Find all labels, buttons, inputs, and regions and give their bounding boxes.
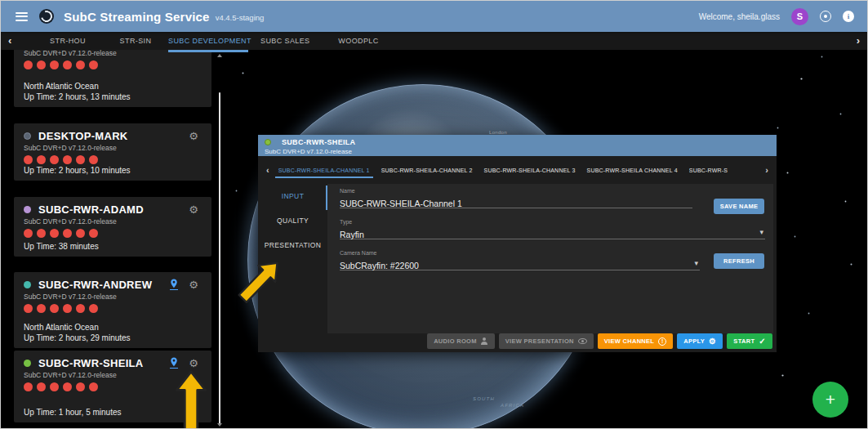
chevron-right-icon[interactable]: › [762, 165, 772, 175]
location-pin-icon[interactable] [170, 357, 178, 369]
location-pin-icon[interactable] [170, 279, 178, 290]
status-dot [24, 360, 31, 367]
start-button[interactable]: START ✓ [727, 333, 772, 349]
dialog-header: SUBC-RWR-SHEILA SubC DVR+D v7.12.0-relea… [258, 135, 777, 156]
check-icon: ✓ [759, 337, 766, 346]
subc-logo-icon [39, 9, 54, 24]
settings-gear-icon[interactable]: ⚙ [189, 279, 198, 290]
tab-channel-1[interactable]: SUBC-RWR-SHEILA-CHANNEL 1 [278, 161, 370, 180]
nav-input[interactable]: INPUT [258, 184, 327, 208]
scroll-up-icon[interactable] [217, 54, 222, 57]
info-icon[interactable]: i [843, 11, 854, 22]
dialog-subtitle: SubC DVR+D v7.12.0-release [265, 148, 770, 155]
camera-name-value[interactable]: SubCRayfin: #22600 [340, 261, 419, 270]
sidebar-scrollbar[interactable] [215, 50, 225, 428]
scroll-down-icon[interactable] [217, 423, 222, 427]
tab-woodplc[interactable]: WOODPLC [336, 32, 381, 50]
map-view: London Paris Madrid Milan North Atlantic… [1, 50, 867, 428]
subc-streaming-app: SubC Streaming Service v4.4.5-staging We… [0, 0, 868, 429]
type-value[interactable]: Rayfin [340, 230, 364, 239]
device-card-subc-rwr-andrew[interactable]: SUBC-RWR-ANDREW ⚙ SubC DVR+D v7.12.0-rel… [14, 272, 211, 348]
device-name: SUBC-RWR-ANDREW [38, 279, 152, 291]
chevron-right-icon[interactable]: › [857, 32, 860, 50]
site-tab-bar: ‹ STR-HOU STR-SIN SUBC DEVELOPMENT SUBC … [1, 32, 867, 50]
status-dot [265, 139, 271, 145]
app-bar: SubC Streaming Service v4.4.5-staging We… [1, 1, 867, 32]
settings-gear-icon[interactable]: ⚙ [189, 204, 198, 215]
device-uptime: Up Time: 2 hours, 29 minutes [24, 333, 131, 342]
tab-subc-development[interactable]: SUBC DEVELOPMENT [168, 32, 248, 50]
device-card-partial[interactable]: SubC DVR+D v7.12.0-release North Atlanti… [14, 50, 211, 107]
tab-channel-4[interactable]: SUBC-RWR-SHEILA CHANNEL 4 [587, 161, 678, 180]
locate-icon[interactable] [820, 11, 831, 22]
settings-gear-icon[interactable]: ⚙ [189, 358, 198, 369]
device-card-subc-rwr-adamd[interactable]: SUBC-RWR-ADAMD ⚙ SubC DVR+D v7.12.0-rele… [14, 197, 211, 257]
app-version: v4.4.5-staging [216, 13, 265, 22]
device-uptime: Up Time: 38 minutes [24, 242, 99, 251]
channel-tab-bar: ‹ SUBC-RWR-SHEILA-CHANNEL 1 SUBC-RWR-SHE… [258, 156, 777, 184]
refresh-button[interactable]: REFRESH [714, 253, 764, 269]
alert-icon: ! [658, 337, 666, 346]
input-panel: Name SUBC-RWR-SHEILA-Channel 1 SAVE NAME… [327, 184, 773, 333]
device-name: SUBC-RWR-SHEILA [38, 357, 143, 369]
tab-channel-3[interactable]: SUBC-RWR-SHEILA-CHANNEL 3 [484, 161, 576, 180]
save-name-button[interactable]: SAVE NAME [714, 199, 764, 214]
chevron-left-icon[interactable]: ‹ [8, 32, 11, 50]
name-value[interactable]: SUBC-RWR-SHEILA-Channel 1 [340, 199, 462, 208]
channel-health-dots [24, 304, 203, 313]
device-uptime: Up Time: 2 hours, 10 minutes [24, 166, 131, 175]
audio-room-button[interactable]: AUDIO ROOM [427, 333, 495, 349]
view-presentation-button[interactable]: VIEW PRESENTATION [499, 333, 594, 349]
view-channel-button[interactable]: VIEW CHANNEL ! [598, 333, 674, 349]
device-card-desktop-mark[interactable]: DESKTOP-MARK ⚙ SubC DVR+D v7.12.0-releas… [14, 123, 211, 181]
gear-icon: ⚙ [709, 337, 716, 346]
nav-quality[interactable]: QUALITY [258, 208, 327, 233]
welcome-text: Welcome, sheila.glass [699, 12, 780, 21]
eye-icon [578, 338, 587, 344]
channel-health-dots [24, 60, 203, 69]
tab-str-sin[interactable]: STR-SIN [117, 32, 154, 50]
app-title: SubC Streaming Service [64, 10, 210, 24]
tutorial-arrow-gear [175, 370, 207, 428]
status-dot [24, 206, 31, 213]
audio-room-person-icon [481, 337, 488, 345]
tab-channel-5-truncated[interactable]: SUBC-RWR-S [689, 161, 728, 180]
apply-button[interactable]: APPLY ⚙ [677, 333, 723, 349]
tab-subc-sales[interactable]: SUBC SALES [260, 32, 309, 50]
type-field[interactable]: Type Rayfin ▾ [340, 219, 765, 239]
camera-name-field[interactable]: Camera Name SubCRayfin: #22600 ▾ [340, 250, 700, 270]
settings-gear-icon[interactable]: ⚙ [189, 131, 198, 141]
device-name: SUBC-RWR-ADAMD [38, 203, 144, 216]
avatar[interactable]: S [791, 8, 808, 25]
chevron-left-icon[interactable]: ‹ [263, 165, 273, 175]
status-dot [24, 132, 31, 140]
name-field[interactable]: Name SUBC-RWR-SHEILA-Channel 1 [340, 188, 692, 208]
map-ocean-label: AFRICA [501, 403, 524, 408]
dropdown-caret-icon[interactable]: ▾ [694, 259, 698, 267]
channel-health-dots [24, 229, 203, 238]
device-version: SubC DVR+D v7.12.0-release [24, 144, 203, 152]
device-location: North Atlantic Ocean [24, 82, 99, 91]
scrollbar-thumb[interactable] [219, 92, 220, 424]
tab-str-hou[interactable]: STR-HOU [43, 32, 92, 50]
channel-health-dots [24, 155, 203, 164]
device-location: North Atlantic Ocean [24, 323, 99, 332]
add-device-button[interactable]: + [812, 382, 848, 418]
menu-icon[interactable] [16, 12, 28, 21]
device-uptime: Up Time: 1 hour, 5 minutes [24, 408, 122, 417]
status-dot [24, 281, 31, 288]
device-name: DESKTOP-MARK [38, 130, 128, 142]
device-settings-dialog: SUBC-RWR-SHEILA SubC DVR+D v7.12.0-relea… [258, 135, 777, 352]
device-version: SubC DVR+D v7.12.0-release [24, 217, 203, 226]
device-uptime: Up Time: 2 hours, 13 minutes [24, 92, 131, 101]
dialog-footer: AUDIO ROOM VIEW PRESENTATION VIEW CHANNE… [258, 333, 772, 349]
dropdown-caret-icon[interactable]: ▾ [759, 228, 763, 236]
dialog-title: SUBC-RWR-SHEILA [282, 138, 355, 146]
device-version: SubC DVR+D v7.12.0-release [24, 293, 203, 301]
tab-channel-2[interactable]: SUBC-RWR-SHEILA-CHANNEL 2 [381, 161, 473, 180]
map-ocean-label: SOUTH [473, 396, 495, 401]
